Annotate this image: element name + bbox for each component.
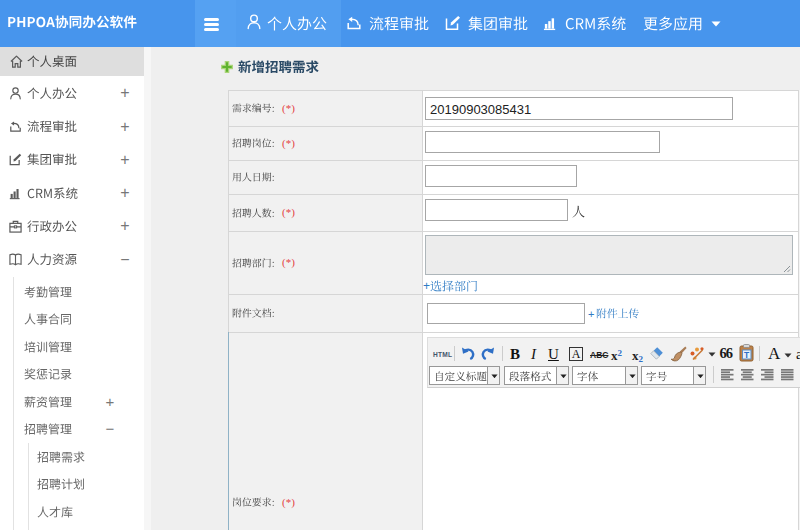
- svg-text:T: T: [744, 350, 750, 360]
